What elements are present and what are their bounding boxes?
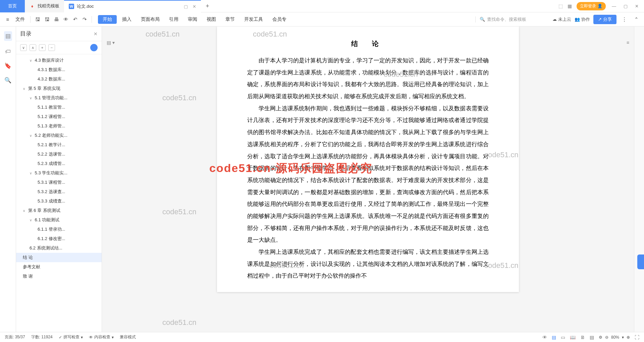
view5-icon[interactable]: ▤	[590, 335, 594, 340]
outline-item[interactable]: ∨ 5.1 管理员功能...	[16, 93, 102, 103]
collab-button[interactable]: 👥协作	[575, 16, 590, 22]
outline-item[interactable]: 5.3.1 课程管...	[16, 178, 102, 187]
login-button[interactable]: 立即登录👤	[577, 2, 606, 10]
outline-item[interactable]: 5.1.3 老师管...	[16, 121, 102, 131]
cloud-icon: ☁	[552, 17, 557, 22]
outline-item[interactable]: ∨ 第 6 章 系统测试	[16, 206, 102, 215]
tab-template[interactable]: ♦ 找稻壳模板	[25, 0, 64, 12]
outline-item[interactable]: 6.1.1 登录功...	[16, 225, 102, 234]
outline-close-icon[interactable]: ✕	[94, 31, 98, 37]
doc-heading: 结 论	[247, 37, 489, 51]
cloud-status[interactable]: ☁未上云	[552, 16, 571, 22]
outline-item[interactable]: 5.3.3 成绩查...	[16, 196, 102, 206]
status-page[interactable]: 页面: 35/37	[5, 334, 25, 340]
command-search[interactable]: 🔍 查找命令、搜索模板	[475, 16, 549, 22]
page-tool-left-icon[interactable]: ▤ ▾	[107, 40, 115, 45]
minimize-button[interactable]: —	[610, 4, 618, 9]
tab-insert[interactable]: 插入	[118, 15, 136, 24]
close-button[interactable]: ✕	[634, 4, 640, 9]
outline-item[interactable]: 5.1.2 课程管...	[16, 112, 102, 121]
view3-icon[interactable]: 📖	[570, 335, 576, 340]
outline-icon[interactable]: ▤	[4, 31, 12, 41]
eye-icon[interactable]: 👁	[542, 335, 547, 340]
save-icon[interactable]: 🖫	[33, 15, 42, 24]
expand-all-icon[interactable]: ∧	[30, 44, 36, 51]
status-compat[interactable]: 兼容模式	[120, 334, 136, 340]
outline-item[interactable]: 4.3.1 数据库...	[16, 65, 102, 74]
status-contentcheck[interactable]: 👁内容检查 ▾	[89, 334, 114, 340]
content-icon: 👁	[89, 335, 93, 340]
undo-icon[interactable]: ↶	[71, 15, 79, 24]
outline-item[interactable]: ∨ 6.1 功能测试	[16, 215, 102, 225]
maximize-button[interactable]: ▢	[622, 4, 629, 9]
outline-title: 目录	[20, 30, 94, 38]
outline-item[interactable]: ∨ 第 5 章 系统实现	[16, 84, 102, 93]
add-icon[interactable]: +	[39, 44, 46, 51]
layout-icon[interactable]: ⬚	[558, 3, 563, 9]
outline-item[interactable]: ∨ 5.2 老师功能实...	[16, 131, 102, 140]
share-icon: ↗	[598, 17, 602, 22]
status-words[interactable]: 字数: 11924	[31, 334, 53, 340]
redo-icon[interactable]: ↷	[80, 15, 89, 24]
page-tool-right-icon[interactable]: ≡	[627, 40, 629, 45]
fullscreen-icon[interactable]: ⛶	[635, 335, 639, 340]
people-icon: 👥	[575, 17, 580, 22]
search-icon: 🔍	[480, 17, 485, 22]
outline-item[interactable]: ∨ 5.3 学生功能实...	[16, 168, 102, 178]
share-button[interactable]: ↗分享	[593, 15, 616, 24]
print-icon[interactable]: 🖶	[52, 15, 61, 24]
outline-item[interactable]: 6.2 系统测试结...	[16, 243, 102, 253]
collapse-all-icon[interactable]: ∨	[20, 44, 27, 51]
document-page: 结 论 由于本人学习的是计算机方面的专业，学习了一定的开发知识，因此，对于开发一…	[217, 26, 519, 292]
outline-item[interactable]: 5.2.2 选课管...	[16, 150, 102, 159]
saveas-icon[interactable]: 🖫	[43, 15, 51, 24]
tab-document[interactable]: W 论文.doc ▢ ✕	[64, 0, 201, 12]
zoom-level[interactable]: 80%	[611, 335, 619, 340]
outline-item[interactable]: 5.2.3 成绩管...	[16, 159, 102, 168]
tab-home[interactable]: 首页	[0, 0, 25, 12]
view2-icon[interactable]: ▭	[561, 335, 565, 340]
outline-item[interactable]: 致 谢	[16, 272, 102, 281]
tab-member[interactable]: 会员专	[268, 15, 290, 24]
tab-layout[interactable]: 页面布局	[137, 15, 164, 24]
file-menu[interactable]: 文件	[13, 16, 28, 22]
watermark: code51.cn	[146, 30, 180, 39]
outline-item[interactable]: 5.1.1 教室管...	[16, 103, 102, 112]
tab-start[interactable]: 开始	[98, 15, 117, 24]
hamburger-icon[interactable]: ≡	[3, 15, 12, 24]
word-icon: W	[69, 4, 74, 9]
tag-icon[interactable]: 🏷	[5, 48, 11, 55]
zoom-dropdown-icon[interactable]: ▾	[622, 335, 624, 340]
search-panel-icon[interactable]: 🔍	[4, 77, 11, 84]
ai-icon[interactable]	[90, 44, 98, 51]
tab-close-icon[interactable]: ✕	[193, 4, 196, 9]
outline-item[interactable]: 4.3.2 数据库...	[16, 74, 102, 84]
side-handle[interactable]	[637, 254, 644, 269]
new-tab-button[interactable]: +	[201, 3, 214, 10]
outline-item[interactable]: 5.2.1 教学计...	[16, 140, 102, 150]
view4-icon[interactable]: 🗎	[580, 335, 585, 340]
tab-window-icon[interactable]: ▢	[184, 4, 188, 9]
tab-view[interactable]: 视图	[203, 15, 220, 24]
preview-icon[interactable]: 👁	[61, 15, 70, 24]
outline-item[interactable]: 6.1.2 修改密...	[16, 234, 102, 243]
collapse-icon[interactable]: ⌃	[632, 15, 641, 24]
outline-item[interactable]: 5.3.2 选课查...	[16, 187, 102, 196]
zoom-out-button[interactable]: ⊖	[605, 335, 608, 340]
outline-item[interactable]: 参考文献	[16, 262, 102, 272]
status-spellcheck[interactable]: ✓拼写检查 ▾	[59, 334, 83, 340]
zoom-settings-icon[interactable]: ⚙	[599, 335, 602, 340]
more-icon[interactable]: ⋮	[620, 15, 629, 24]
remove-icon[interactable]: −	[48, 44, 55, 51]
watermark: code51.cn	[162, 318, 197, 327]
grid-icon[interactable]: ▦	[568, 3, 572, 9]
bookmark-icon[interactable]: 🔖	[4, 62, 11, 69]
tab-chapter[interactable]: 章节	[221, 15, 239, 24]
zoom-in-button[interactable]: ⊕	[627, 335, 630, 340]
tab-devtools[interactable]: 开发工具	[240, 15, 267, 24]
tab-reference[interactable]: 引用	[165, 15, 182, 24]
view1-icon[interactable]: ▤	[552, 335, 556, 340]
outline-item[interactable]: 结 论	[16, 253, 102, 262]
tab-review[interactable]: 审阅	[184, 15, 201, 24]
outline-item[interactable]: ∨ 4.3 数据库设计	[16, 56, 102, 65]
